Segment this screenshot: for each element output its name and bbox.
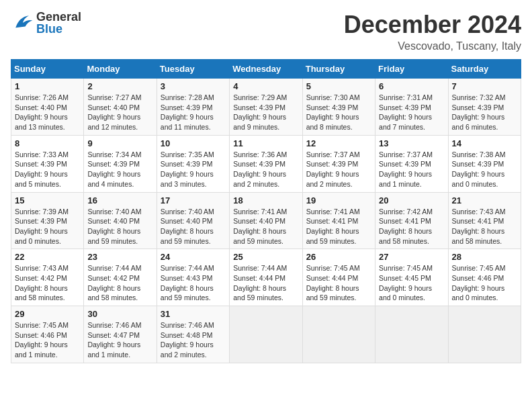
logo-text: General Blue — [36, 11, 81, 35]
day-number: 22 — [15, 252, 80, 262]
calendar-cell: 27 Sunrise: 7:45 AM Sunset: 4:45 PM Dayl… — [375, 249, 448, 306]
calendar-cell: 15 Sunrise: 7:39 AM Sunset: 4:39 PM Dayl… — [11, 192, 84, 249]
day-number: 18 — [233, 195, 298, 205]
location-title: Vescovado, Tuscany, Italy — [344, 40, 521, 52]
calendar-header: SundayMondayTuesdayWednesdayThursdayFrid… — [11, 60, 521, 79]
header-day-sunday: Sunday — [11, 60, 84, 79]
day-info: Sunrise: 7:43 AM Sunset: 4:41 PM Dayligh… — [452, 207, 517, 246]
day-number: 1 — [15, 81, 80, 91]
day-number: 11 — [233, 138, 298, 148]
calendar-cell: 25 Sunrise: 7:44 AM Sunset: 4:44 PM Dayl… — [230, 249, 302, 306]
logo-general: General — [36, 11, 81, 23]
calendar-cell: 3 Sunrise: 7:28 AM Sunset: 4:39 PM Dayli… — [157, 79, 229, 136]
calendar-body: 1 Sunrise: 7:26 AM Sunset: 4:40 PM Dayli… — [11, 79, 521, 363]
day-number: 23 — [87, 252, 152, 262]
calendar-cell: 21 Sunrise: 7:43 AM Sunset: 4:41 PM Dayl… — [448, 192, 521, 249]
day-number: 15 — [15, 195, 80, 205]
day-number: 9 — [87, 138, 152, 148]
calendar-cell: 12 Sunrise: 7:37 AM Sunset: 4:39 PM Dayl… — [302, 135, 375, 192]
calendar-cell: 19 Sunrise: 7:41 AM Sunset: 4:41 PM Dayl… — [302, 192, 375, 249]
day-number: 19 — [306, 195, 371, 205]
day-info: Sunrise: 7:46 AM Sunset: 4:48 PM Dayligh… — [161, 320, 226, 360]
logo-icon — [11, 11, 35, 35]
calendar-cell: 2 Sunrise: 7:27 AM Sunset: 4:40 PM Dayli… — [84, 79, 157, 136]
day-info: Sunrise: 7:41 AM Sunset: 4:40 PM Dayligh… — [233, 207, 298, 246]
title-area: December 2024 Vescovado, Tuscany, Italy — [344, 11, 521, 52]
month-title: December 2024 — [344, 11, 521, 39]
day-info: Sunrise: 7:32 AM Sunset: 4:39 PM Dayligh… — [452, 93, 517, 132]
calendar-cell: 13 Sunrise: 7:37 AM Sunset: 4:39 PM Dayl… — [375, 135, 448, 192]
day-number: 4 — [233, 81, 298, 91]
calendar-cell: 28 Sunrise: 7:45 AM Sunset: 4:46 PM Dayl… — [448, 249, 521, 306]
day-number: 27 — [379, 252, 444, 262]
day-info: Sunrise: 7:45 AM Sunset: 4:46 PM Dayligh… — [15, 320, 80, 360]
calendar-cell: 20 Sunrise: 7:42 AM Sunset: 4:41 PM Dayl… — [375, 192, 448, 249]
day-info: Sunrise: 7:44 AM Sunset: 4:44 PM Dayligh… — [233, 263, 298, 303]
day-number: 5 — [306, 81, 371, 91]
day-number: 30 — [87, 309, 152, 319]
calendar-cell: 9 Sunrise: 7:34 AM Sunset: 4:39 PM Dayli… — [84, 135, 157, 192]
calendar-cell: 29 Sunrise: 7:45 AM Sunset: 4:46 PM Dayl… — [11, 306, 84, 363]
header-day-friday: Friday — [375, 60, 448, 79]
calendar-cell — [375, 306, 448, 363]
calendar-cell: 30 Sunrise: 7:46 AM Sunset: 4:47 PM Dayl… — [84, 306, 157, 363]
calendar-cell: 10 Sunrise: 7:35 AM Sunset: 4:39 PM Dayl… — [157, 135, 229, 192]
calendar-cell: 4 Sunrise: 7:29 AM Sunset: 4:39 PM Dayli… — [230, 79, 302, 136]
day-number: 8 — [15, 138, 80, 148]
day-info: Sunrise: 7:37 AM Sunset: 4:39 PM Dayligh… — [306, 150, 371, 189]
day-info: Sunrise: 7:43 AM Sunset: 4:42 PM Dayligh… — [15, 263, 80, 303]
day-number: 10 — [161, 138, 226, 148]
day-number: 26 — [306, 252, 371, 262]
day-info: Sunrise: 7:42 AM Sunset: 4:41 PM Dayligh… — [379, 207, 444, 246]
day-info: Sunrise: 7:45 AM Sunset: 4:44 PM Dayligh… — [306, 263, 371, 303]
day-info: Sunrise: 7:44 AM Sunset: 4:43 PM Dayligh… — [161, 263, 226, 303]
day-info: Sunrise: 7:45 AM Sunset: 4:45 PM Dayligh… — [379, 263, 444, 303]
day-number: 25 — [233, 252, 298, 262]
day-info: Sunrise: 7:46 AM Sunset: 4:47 PM Dayligh… — [87, 320, 152, 360]
calendar-week-5: 29 Sunrise: 7:45 AM Sunset: 4:46 PM Dayl… — [11, 306, 521, 363]
day-number: 12 — [306, 138, 371, 148]
day-info: Sunrise: 7:40 AM Sunset: 4:40 PM Dayligh… — [161, 207, 226, 246]
calendar-cell: 23 Sunrise: 7:44 AM Sunset: 4:42 PM Dayl… — [84, 249, 157, 306]
logo-blue: Blue — [36, 23, 81, 35]
day-number: 17 — [161, 195, 226, 205]
day-info: Sunrise: 7:31 AM Sunset: 4:39 PM Dayligh… — [379, 93, 444, 132]
day-info: Sunrise: 7:28 AM Sunset: 4:39 PM Dayligh… — [161, 93, 226, 132]
day-number: 20 — [379, 195, 444, 205]
calendar-cell: 16 Sunrise: 7:40 AM Sunset: 4:40 PM Dayl… — [84, 192, 157, 249]
calendar-week-3: 15 Sunrise: 7:39 AM Sunset: 4:39 PM Dayl… — [11, 192, 521, 249]
day-number: 3 — [161, 81, 226, 91]
calendar-cell — [302, 306, 375, 363]
day-info: Sunrise: 7:29 AM Sunset: 4:39 PM Dayligh… — [233, 93, 298, 132]
day-info: Sunrise: 7:39 AM Sunset: 4:39 PM Dayligh… — [15, 207, 80, 246]
day-info: Sunrise: 7:34 AM Sunset: 4:39 PM Dayligh… — [87, 150, 152, 189]
day-number: 7 — [452, 81, 517, 91]
calendar-week-4: 22 Sunrise: 7:43 AM Sunset: 4:42 PM Dayl… — [11, 249, 521, 306]
calendar-cell: 22 Sunrise: 7:43 AM Sunset: 4:42 PM Dayl… — [11, 249, 84, 306]
calendar-cell: 14 Sunrise: 7:38 AM Sunset: 4:39 PM Dayl… — [448, 135, 521, 192]
calendar-cell: 11 Sunrise: 7:36 AM Sunset: 4:39 PM Dayl… — [230, 135, 302, 192]
header-day-monday: Monday — [84, 60, 157, 79]
day-info: Sunrise: 7:37 AM Sunset: 4:39 PM Dayligh… — [379, 150, 444, 189]
calendar-table: SundayMondayTuesdayWednesdayThursdayFrid… — [11, 59, 521, 363]
day-number: 14 — [452, 138, 517, 148]
header-day-tuesday: Tuesday — [157, 60, 229, 79]
calendar-cell: 26 Sunrise: 7:45 AM Sunset: 4:44 PM Dayl… — [302, 249, 375, 306]
day-number: 2 — [87, 81, 152, 91]
day-info: Sunrise: 7:35 AM Sunset: 4:39 PM Dayligh… — [161, 150, 226, 189]
calendar-cell: 18 Sunrise: 7:41 AM Sunset: 4:40 PM Dayl… — [230, 192, 302, 249]
day-info: Sunrise: 7:40 AM Sunset: 4:40 PM Dayligh… — [87, 207, 152, 246]
calendar-cell — [448, 306, 521, 363]
calendar-cell: 5 Sunrise: 7:30 AM Sunset: 4:39 PM Dayli… — [302, 79, 375, 136]
day-info: Sunrise: 7:38 AM Sunset: 4:39 PM Dayligh… — [452, 150, 517, 189]
calendar-cell: 1 Sunrise: 7:26 AM Sunset: 4:40 PM Dayli… — [11, 79, 84, 136]
header-day-wednesday: Wednesday — [230, 60, 302, 79]
day-number: 28 — [452, 252, 517, 262]
calendar-cell: 31 Sunrise: 7:46 AM Sunset: 4:48 PM Dayl… — [157, 306, 229, 363]
day-number: 13 — [379, 138, 444, 148]
day-number: 16 — [87, 195, 152, 205]
day-number: 24 — [161, 252, 226, 262]
day-number: 29 — [15, 309, 80, 319]
calendar-cell: 24 Sunrise: 7:44 AM Sunset: 4:43 PM Dayl… — [157, 249, 229, 306]
day-info: Sunrise: 7:26 AM Sunset: 4:40 PM Dayligh… — [15, 93, 80, 132]
